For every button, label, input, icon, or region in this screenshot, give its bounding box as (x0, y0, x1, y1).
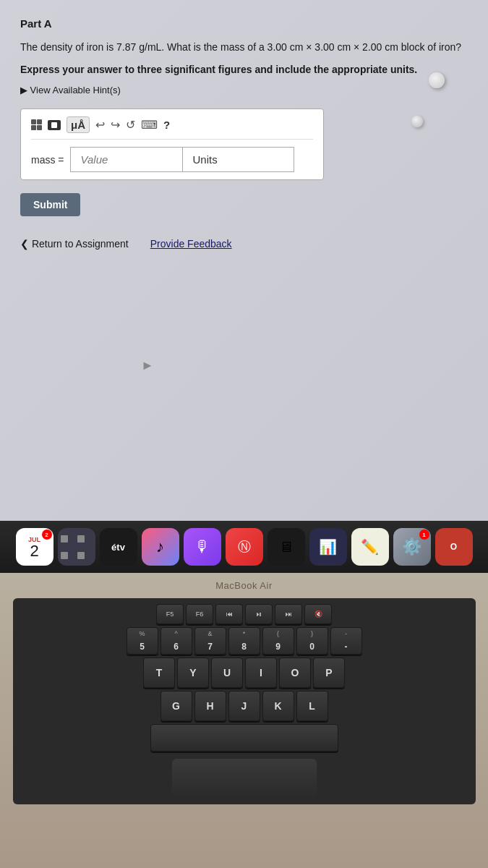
hint-link[interactable]: ▶ View Available Hint(s) (20, 85, 468, 95)
units-input[interactable] (182, 147, 294, 172)
keyboard-button[interactable]: ⌨ (141, 118, 158, 132)
grid-cell (61, 552, 68, 559)
macbook-label: MacBook Air (215, 580, 272, 591)
key-h[interactable]: H (194, 691, 226, 721)
side-arrow-icon: ► (141, 358, 154, 373)
key-p[interactable]: P (313, 658, 345, 688)
mu-button[interactable]: μÅ (67, 116, 90, 133)
key-8-star[interactable]: * 8 (228, 627, 260, 655)
key-9-lparen[interactable]: ( 9 (262, 627, 294, 655)
dock-settings-badge: 1 (419, 529, 429, 540)
key-f9[interactable]: ⏭ (275, 604, 302, 624)
dock-appletv-label: étv (111, 542, 125, 553)
chart-icon: 📊 (319, 538, 337, 556)
undo-button[interactable]: ↩ (95, 118, 105, 132)
dock-red-icon: O (450, 542, 457, 552)
dock-settings[interactable]: 1 ⚙️ (393, 528, 431, 566)
key-space[interactable] (150, 724, 338, 752)
question-instruction: Express your answer to three significant… (20, 64, 417, 75)
music-icon: ♪ (156, 537, 164, 556)
key-j[interactable]: J (228, 691, 260, 721)
redo-button[interactable]: ↪ (111, 118, 120, 132)
settings-icon: ⚙️ (402, 537, 421, 556)
key-7-amp[interactable]: & 7 (194, 627, 226, 655)
value-input[interactable] (70, 147, 182, 172)
news-icon: Ⓝ (238, 538, 251, 556)
dock-podcast[interactable]: 🎙 (184, 528, 221, 566)
key-g[interactable]: G (160, 691, 192, 721)
dock-music[interactable]: ♪ (142, 528, 179, 566)
key-f10[interactable]: 🔇 (304, 604, 332, 624)
dock-finder[interactable] (58, 528, 95, 566)
part-label: Part A (20, 17, 468, 30)
key-0-rparen[interactable]: ) 0 (296, 627, 328, 655)
dock-appletv[interactable]: étv (100, 528, 137, 566)
key-l[interactable]: L (296, 691, 328, 721)
key-f5[interactable]: F5 (156, 604, 184, 624)
tyuiop-row: T Y U I O P (17, 658, 471, 688)
question-bold-text: Express your answer to three significant… (20, 62, 468, 77)
number-row: % 5 ^ 6 & 7 * 8 ( 9 ) 0 (17, 627, 471, 655)
pencil-icon: ✏️ (361, 538, 379, 556)
dock-monitor[interactable]: 🖥 (267, 528, 305, 566)
bottom-links: ❮ Return to Assignment Provide Feedback (20, 238, 468, 250)
equation-toolbar: μÅ ↩ ↪ ↺ ⌨ ? (31, 116, 313, 140)
key-o[interactable]: O (279, 658, 311, 688)
key-k[interactable]: K (262, 691, 294, 721)
key-i[interactable]: I (245, 658, 277, 688)
keyboard: F5 F6 ⏮ ⏯ ⏭ 🔇 % 5 ^ 6 & 7 * 8 (13, 598, 476, 804)
podcast-icon: 🎙 (194, 537, 210, 556)
fn-key-row: F5 F6 ⏮ ⏯ ⏭ 🔇 (17, 604, 471, 624)
trackpad[interactable] (172, 759, 317, 799)
grid-cell (77, 535, 85, 542)
decorative-circle-1 (429, 72, 445, 88)
key-minus[interactable]: - - (330, 627, 362, 655)
question-text-main: The density of iron is 7.87 g/mL. What i… (20, 41, 461, 53)
decorative-circle-2 (411, 116, 423, 127)
key-f7[interactable]: ⏮ (215, 604, 243, 624)
dock-news[interactable]: Ⓝ (226, 528, 263, 566)
dock-red-app[interactable]: O (435, 528, 473, 566)
grid-cell (61, 535, 68, 542)
key-u[interactable]: U (211, 658, 243, 688)
key-f8[interactable]: ⏯ (245, 604, 273, 624)
dock-notes[interactable]: ✏️ (351, 528, 389, 566)
submit-button[interactable]: Submit (20, 193, 80, 216)
mass-input-row: mass = (31, 147, 313, 172)
return-link[interactable]: ❮ Return to Assignment (20, 238, 129, 250)
spacebar-row (17, 724, 471, 752)
reload-button[interactable]: ↺ (126, 118, 135, 132)
dock-date-day: 2 (30, 543, 38, 559)
dock-calendar-badge: 2 (42, 529, 52, 540)
keyboard-area: MacBook Air F5 F6 ⏮ ⏯ ⏭ 🔇 % 5 ^ 6 & 7 (0, 573, 488, 868)
main-content: Part A The density of iron is 7.87 g/mL.… (0, 0, 488, 521)
help-button[interactable]: ? (163, 119, 170, 131)
hint-text: ▶ View Available Hint(s) (20, 85, 121, 95)
square-icon (48, 120, 61, 130)
ghjkl-row: G H J K L (17, 691, 471, 721)
mass-label: mass = (31, 154, 64, 166)
question-text: The density of iron is 7.87 g/mL. What i… (20, 40, 468, 55)
dock-calendar[interactable]: 2 JUL 2 (16, 528, 53, 566)
answer-input-container: μÅ ↩ ↪ ↺ ⌨ ? mass = (20, 109, 324, 180)
feedback-link[interactable]: Provide Feedback (150, 238, 232, 250)
key-t[interactable]: T (143, 658, 175, 688)
key-5-percent[interactable]: % 5 (127, 627, 158, 655)
key-f6[interactable]: F6 (186, 604, 213, 624)
grid-cell (77, 552, 85, 559)
dock: 2 JUL 2 étv ♪ 🎙 Ⓝ 🖥 📊 ✏️ 1 ⚙️ (0, 521, 488, 573)
grid-icon (31, 119, 42, 130)
dock-chart[interactable]: 📊 (309, 528, 347, 566)
monitor-icon: 🖥 (279, 539, 294, 556)
key-y[interactable]: Y (177, 658, 209, 688)
key-6-caret[interactable]: ^ 6 (160, 627, 192, 655)
